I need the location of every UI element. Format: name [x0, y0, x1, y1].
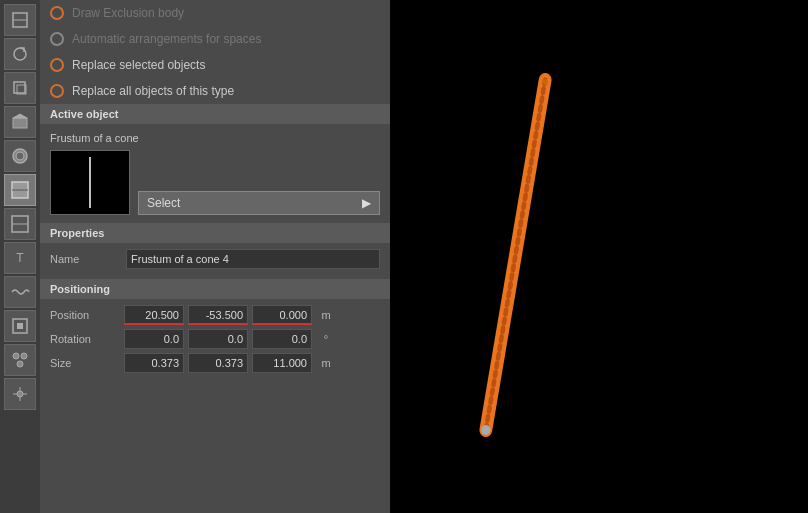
position-y-input[interactable]	[188, 305, 248, 325]
name-input[interactable]	[126, 249, 380, 269]
active-object-section: Frustum of a cone Select ▶	[40, 124, 390, 223]
select-btn-area: Select ▶	[138, 150, 380, 215]
icon-toolbar: T	[0, 0, 40, 513]
svg-point-8	[16, 152, 24, 160]
name-row: Name	[50, 249, 380, 269]
toolbar-btn-group[interactable]	[4, 344, 36, 376]
draw-exclusion-icon	[50, 6, 64, 20]
menu-replace-all[interactable]: Replace all objects of this type	[40, 78, 390, 104]
position-unit: m	[316, 309, 336, 321]
svg-rect-5	[13, 118, 27, 128]
svg-marker-6	[13, 114, 27, 118]
rotation-z-input[interactable]	[252, 329, 312, 349]
preview-area: Select ▶	[50, 150, 380, 215]
positioning-header: Positioning	[40, 279, 390, 299]
replace-selected-icon	[50, 58, 64, 72]
toolbar-btn-tag[interactable]: T	[4, 242, 36, 274]
toolbar-btn-floor[interactable]	[4, 174, 36, 206]
menu-replace-selected[interactable]: Replace selected objects	[40, 52, 390, 78]
replace-all-icon	[50, 84, 64, 98]
menu-draw-exclusion[interactable]: Draw Exclusion body	[40, 0, 390, 26]
position-z-input[interactable]	[252, 305, 312, 325]
svg-point-19	[17, 391, 23, 397]
size-y-input[interactable]	[188, 353, 248, 373]
menu-auto-arrange-label: Automatic arrangements for spaces	[72, 32, 261, 46]
positioning-section: Position m Rotation ° Size m	[40, 299, 390, 383]
menu-draw-exclusion-label: Draw Exclusion body	[72, 6, 184, 20]
svg-rect-3	[14, 82, 25, 93]
toolbar-btn-wave[interactable]	[4, 276, 36, 308]
svg-point-18	[17, 361, 23, 367]
size-label: Size	[50, 357, 120, 369]
rotation-row: Rotation °	[50, 329, 380, 349]
toolbar-btn-network[interactable]	[4, 378, 36, 410]
menu-auto-arrange: Automatic arrangements for spaces	[40, 26, 390, 52]
select-button[interactable]: Select ▶	[138, 191, 380, 215]
toolbar-btn-cube[interactable]	[4, 72, 36, 104]
rotation-unit: °	[316, 333, 336, 345]
menu-replace-selected-label: Replace selected objects	[72, 58, 205, 72]
properties-header: Properties	[40, 223, 390, 243]
svg-text:T: T	[16, 251, 24, 265]
rotation-x-input[interactable]	[124, 329, 184, 349]
toolbar-btn-select[interactable]	[4, 4, 36, 36]
auto-arrange-icon	[50, 32, 64, 46]
svg-point-28	[481, 425, 490, 435]
size-x-input[interactable]	[124, 353, 184, 373]
position-row: Position m	[50, 305, 380, 325]
properties-section: Name	[40, 243, 390, 279]
viewport[interactable]	[390, 0, 808, 513]
size-unit: m	[316, 357, 336, 369]
toolbar-btn-stairs[interactable]	[4, 208, 36, 240]
svg-rect-15	[17, 323, 23, 329]
menu-replace-all-label: Replace all objects of this type	[72, 84, 234, 98]
svg-line-27	[486, 80, 545, 430]
rotation-y-input[interactable]	[188, 329, 248, 349]
toolbar-btn-frame[interactable]	[4, 310, 36, 342]
svg-point-16	[13, 353, 19, 359]
toolbar-btn-circle[interactable]	[4, 140, 36, 172]
cone-object-svg	[390, 0, 808, 513]
size-row: Size m	[50, 353, 380, 373]
position-label: Position	[50, 309, 120, 321]
object-preview	[50, 150, 130, 215]
active-object-header: Active object	[40, 104, 390, 124]
size-z-input[interactable]	[252, 353, 312, 373]
active-object-name: Frustum of a cone	[50, 132, 380, 144]
name-label: Name	[50, 253, 120, 265]
position-x-input[interactable]	[124, 305, 184, 325]
toolbar-btn-rotate[interactable]	[4, 38, 36, 70]
rotation-label: Rotation	[50, 333, 120, 345]
side-panel: Draw Exclusion body Automatic arrangemen…	[40, 0, 390, 513]
toolbar-btn-box[interactable]	[4, 106, 36, 138]
svg-point-17	[21, 353, 27, 359]
svg-point-29	[542, 79, 547, 85]
